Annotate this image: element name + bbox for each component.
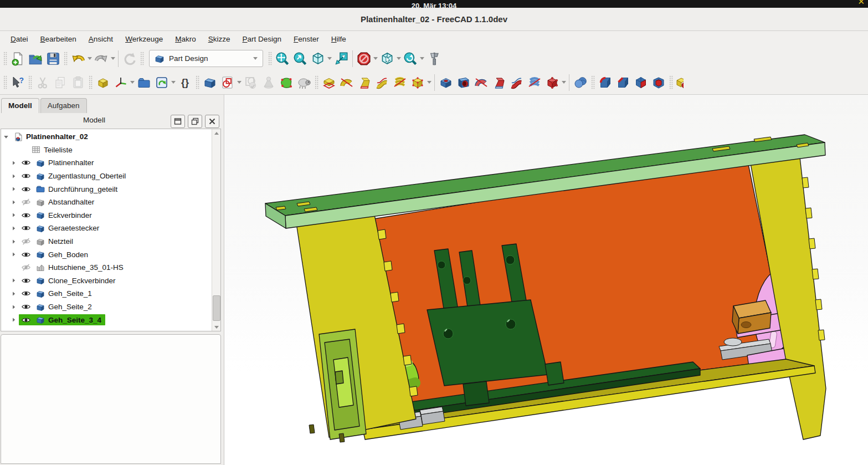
system-close-icon[interactable]: ✕ (857, 0, 865, 7)
link-dropdown[interactable] (171, 73, 176, 93)
expander-icon[interactable] (9, 160, 19, 166)
box-selection-dropdown[interactable] (396, 49, 402, 69)
refresh-button[interactable] (121, 49, 138, 69)
subtractive-helix-button[interactable] (526, 73, 543, 93)
menu-datei[interactable]: Datei (4, 33, 34, 45)
additive-helix-button[interactable] (391, 73, 409, 93)
clipping-plane-button[interactable] (355, 49, 373, 69)
shape-binder-button[interactable] (295, 73, 313, 93)
undo-dropdown[interactable] (87, 49, 93, 69)
tree-item-hutschiene-35-01-hs[interactable]: Hutschiene_35_01-HS (1, 261, 212, 274)
fit-all-button[interactable] (274, 49, 291, 69)
expander-icon[interactable] (9, 252, 19, 257)
measure-button[interactable] (425, 49, 443, 69)
tree-item-geh-boden[interactable]: Geh_Boden (1, 248, 212, 261)
visibility-eye-icon[interactable] (20, 159, 32, 167)
subtractive-primitive-dropdown[interactable] (561, 73, 567, 93)
visibility-eye-icon[interactable] (20, 237, 32, 246)
save-button[interactable] (44, 49, 62, 69)
sync-view-button[interactable] (332, 49, 350, 69)
tree-item-platinenhalter[interactable]: Platinenhalter (1, 156, 212, 170)
dock-close-icon[interactable] (205, 115, 219, 128)
pattern-transform-button[interactable] (675, 73, 684, 93)
make-link-button[interactable] (153, 73, 171, 93)
visibility-eye-icon[interactable] (20, 185, 32, 193)
edit-sketch-button[interactable] (242, 73, 260, 93)
menu-hilfe[interactable]: Hilfe (325, 33, 352, 45)
datum-dropdown[interactable] (130, 73, 135, 93)
tree-item-geh-seite-2[interactable]: Geh_Seite_2 (1, 300, 212, 314)
box-selection-button[interactable] (378, 49, 396, 69)
expander-icon[interactable] (9, 173, 19, 179)
expander-icon[interactable] (9, 186, 19, 192)
open-document-button[interactable] (27, 49, 44, 69)
tree-item-geraetestecker[interactable]: Geraetestecker (1, 222, 212, 235)
draft-button[interactable] (632, 73, 650, 93)
boolean-operation-button[interactable] (572, 73, 589, 93)
workbench-dropdown[interactable] (253, 49, 258, 69)
tree-item-netzteil[interactable]: Netzteil (1, 235, 212, 248)
new-document-button[interactable] (9, 49, 27, 69)
redo-button[interactable] (93, 49, 110, 69)
hole-button[interactable] (455, 73, 472, 93)
visibility-eye-icon[interactable] (20, 172, 32, 180)
zoom-tools-dropdown[interactable] (419, 49, 425, 69)
scroll-down-icon[interactable] (212, 323, 220, 331)
expression-editor-button[interactable]: {} (176, 73, 194, 93)
undo-button[interactable] (69, 49, 87, 69)
3d-viewport[interactable] (225, 95, 868, 465)
expander-icon[interactable] (9, 212, 19, 218)
tab-modell[interactable]: Modell (1, 98, 39, 113)
subtractive-pipe-button[interactable] (508, 73, 526, 93)
tree-scrollbar[interactable] (212, 129, 220, 331)
toolbar-drag-handle[interactable] (591, 75, 595, 90)
part-terminal-cylinder[interactable] (724, 338, 742, 346)
create-part-button[interactable] (94, 73, 112, 93)
toolbar-drag-handle[interactable] (89, 75, 93, 90)
menu-fenster[interactable]: Fenster (287, 33, 325, 45)
pad-button[interactable] (320, 73, 338, 93)
whats-this-button[interactable]: ? (9, 73, 27, 93)
tree-item-platinenhalter-02[interactable]: Platinenhalter_02 (1, 130, 212, 144)
toolbar-drag-handle[interactable] (669, 75, 673, 90)
visibility-eye-icon[interactable] (20, 251, 32, 259)
expander-icon[interactable] (9, 291, 19, 297)
chamfer-button[interactable] (614, 73, 632, 93)
additive-pipe-button[interactable] (373, 73, 391, 93)
visibility-eye-icon[interactable] (20, 316, 32, 324)
dock-float-button[interactable] (188, 115, 202, 128)
zoom-tools-button[interactable] (402, 49, 419, 69)
expander-icon[interactable] (9, 278, 19, 283)
additive-primitive-button[interactable] (409, 73, 427, 93)
menu-bearbeiten[interactable]: Bearbeiten (34, 33, 83, 45)
fillet-button[interactable] (597, 73, 614, 93)
tree-item-clone-eckverbinder[interactable]: Clone_Eckverbinder (1, 274, 212, 288)
create-group-button[interactable] (135, 73, 153, 93)
scrollbar-thumb[interactable] (213, 295, 220, 321)
visibility-eye-icon[interactable] (20, 198, 32, 206)
visibility-eye-icon[interactable] (20, 263, 32, 272)
tree-item-abstandhalter[interactable]: Abstandhalter (1, 196, 212, 209)
create-sketch-button[interactable] (219, 73, 237, 93)
create-body-button[interactable] (201, 73, 219, 93)
menu-ansicht[interactable]: Ansicht (83, 33, 119, 45)
toolbar-drag-handle[interactable] (140, 52, 144, 66)
toolbar-drag-handle[interactable] (268, 52, 272, 66)
toolbar-drag-handle[interactable] (196, 75, 199, 90)
toolbar-drag-handle[interactable] (64, 52, 68, 66)
expander-icon[interactable] (9, 317, 19, 323)
groove-button[interactable] (472, 73, 490, 93)
tree-item-zugentlastung-oberteil[interactable]: Zugentlastung_Oberteil (1, 170, 212, 183)
visibility-eye-icon[interactable] (20, 303, 32, 311)
dock-shade-button[interactable] (171, 115, 185, 128)
tree-item-durchf-hrung-geteilt[interactable]: Durchführung_geteilt (1, 182, 212, 196)
tree-item-teileliste[interactable]: Teileliste (1, 144, 212, 157)
menu-part-design[interactable]: Part Design (236, 33, 287, 45)
subtractive-loft-button[interactable] (490, 73, 508, 93)
toolbar-drag-handle[interactable] (28, 75, 32, 90)
window-title-bar[interactable]: Platinenhalter_02 - FreeCAD 1.1.0dev (0, 8, 868, 31)
pocket-button[interactable] (437, 73, 455, 93)
copy-button[interactable] (52, 73, 69, 93)
menu-skizze[interactable]: Skizze (202, 33, 237, 45)
visibility-eye-icon[interactable] (20, 289, 32, 298)
